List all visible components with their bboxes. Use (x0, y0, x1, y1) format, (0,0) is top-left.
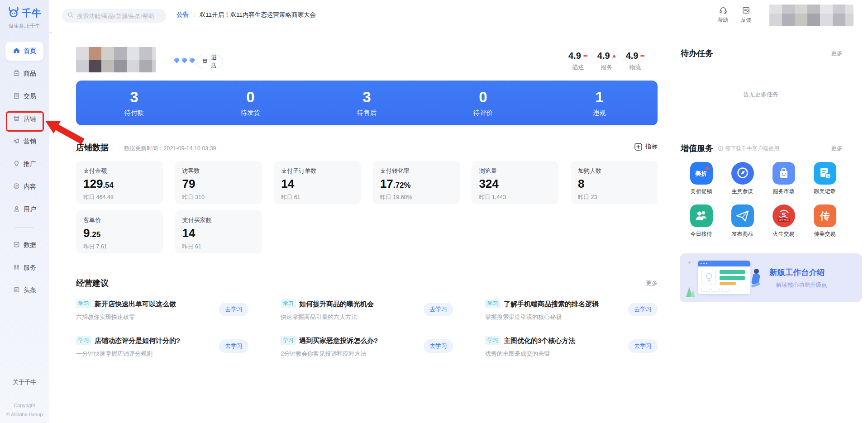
stat-value: 0 (479, 89, 487, 105)
stat-pending-payment[interactable]: 3 待付款 (76, 89, 192, 117)
grid-dots-icon (13, 263, 20, 273)
publish-product-plane-icon (731, 204, 754, 227)
promo-banner[interactable]: ✦⁺ 新版工作台介绍 解读核心功能升级点 (680, 253, 862, 302)
sidebar: 千牛 做生意,上千牛 首页 商品 交易 (0, 0, 49, 423)
vas-item-chat-history[interactable]: 聊天记录 (804, 162, 845, 195)
today-reception-people-icon (690, 204, 713, 227)
metric-value: 9 (83, 226, 90, 240)
sidebar-item-data[interactable]: 数据 (0, 234, 49, 257)
stat-value: 3 (130, 89, 138, 105)
learn-badge: 学习 (485, 299, 501, 308)
about-qianniu-link[interactable]: 关于千牛 (0, 378, 49, 386)
metric-yesterday: 昨日 61 (281, 194, 353, 201)
metric-card-sub-orders[interactable]: 支付子订单数 14 昨日 61 (274, 161, 361, 204)
metric-value: 324 (479, 177, 498, 190)
suggestion-item[interactable]: 学习主图优化的3个核心方法 优秀的主图是成交的关键 去学习 (485, 336, 658, 358)
notice-text[interactable]: 双11开启！双11内容生态运营策略商家大会 (199, 11, 316, 19)
promo-subtitle: 解读核心功能升级点 (776, 281, 827, 289)
store-ratings: 4.9 描述 4.9 服务 4.9 物流 (568, 51, 644, 71)
sidebar-item-trade[interactable]: 交易 (0, 85, 49, 108)
vas-title: 增值服务 (681, 143, 713, 154)
suggestion-item[interactable]: 学习遇到买家恶意投诉怎么办? 2分钟教会你常见投诉和应对方法 去学习 (281, 336, 453, 358)
rating-service: 4.9 服务 (597, 51, 616, 71)
sidebar-item-shop[interactable]: 店铺 (0, 108, 49, 130)
suggestion-title: 主图优化的3个核心方法 (504, 337, 575, 344)
visit-store-button[interactable]: 进店 (196, 55, 223, 68)
indicator-button[interactable]: 指标 (634, 143, 658, 151)
news-icon (13, 286, 20, 295)
vas-more-link[interactable]: 更多 (831, 144, 843, 152)
todo-empty-state: 暂无更多任务 (679, 90, 843, 99)
search-box[interactable] (62, 9, 166, 23)
vas-item-service-market[interactable]: 服务市场 (763, 162, 804, 195)
rating-label: 服务 (601, 63, 612, 71)
suggestion-item[interactable]: 学习如何提升商品的曝光机会 快速掌握商品引量的六大方法 去学习 (281, 299, 453, 321)
metric-card-payment-amount[interactable]: 支付金额 129.54 昨日 464.48 (76, 161, 163, 204)
go-learn-button[interactable]: 去学习 (424, 303, 453, 316)
metric-card-paying-buyers[interactable]: 支付买家数 14 昨日 61 (175, 210, 262, 253)
sidebar-item-label: 用户 (24, 205, 36, 214)
sidebar-item-headline[interactable]: 头条 (0, 279, 49, 302)
suggestion-item[interactable]: 学习新开店快速出单可以这么做 六招教你实现快速破零 去学习 (76, 299, 248, 321)
go-learn-button[interactable]: 去学习 (424, 339, 453, 353)
sidebar-item-content[interactable]: 内容 (0, 176, 49, 198)
suggestion-item[interactable]: 学习了解手机端商品搜索的排名逻辑 掌握搜索渠道引流的核心秘籍 去学习 (485, 299, 658, 321)
trend-up-icon (612, 54, 616, 57)
copyright-line1: Copyright (0, 401, 49, 410)
suggestions-title: 经营建议 (76, 279, 109, 288)
metric-card-conversion-rate[interactable]: 支付转化率 17.72% 昨日 19.68% (373, 161, 460, 204)
service-market-bag-icon (773, 162, 795, 185)
suggestions-more-link[interactable]: 更多 (646, 279, 658, 287)
vas-item-sycm[interactable]: 生意参谋 (722, 162, 763, 195)
sidebar-item-goods[interactable]: 商品 (0, 62, 49, 85)
sidebar-item-user[interactable]: 用户 (0, 198, 49, 221)
vas-item-huoniu-trade[interactable]: S 火牛交易 火牛交易 (763, 204, 804, 238)
metric-label: 支付金额 (83, 167, 156, 175)
stat-violation[interactable]: 1 违规 (541, 89, 658, 117)
info-icon (718, 146, 723, 151)
sparkle-decoration: ✦⁺ (687, 260, 694, 266)
sidebar-item-label: 营销 (24, 138, 36, 146)
go-learn-button[interactable]: 去学习 (628, 339, 658, 353)
sidebar-item-label: 内容 (24, 183, 36, 191)
stat-after-sale[interactable]: 3 待售后 (309, 89, 425, 117)
stat-label: 待售后 (357, 109, 377, 117)
vas-item-meizhe[interactable]: 美折 美折促销 (681, 162, 722, 195)
metric-card-page-views[interactable]: 浏览量 324 昨日 1,443 (472, 161, 558, 204)
metric-value: 8 (578, 177, 584, 190)
go-learn-button[interactable]: 去学习 (219, 339, 248, 353)
vas-item-chuanmei-trade[interactable]: 传 传美交易 (804, 204, 845, 238)
suggestion-title: 遇到买家恶意投诉怎么办? (299, 337, 378, 344)
megaphone-icon (13, 137, 20, 147)
vas-item-today-reception[interactable]: 今日接待 (681, 204, 722, 238)
go-learn-button[interactable]: 去学习 (219, 303, 248, 316)
sidebar-item-home[interactable]: 首页 (0, 40, 49, 62)
todo-title: 待办任务 (681, 48, 713, 59)
sidebar-item-label: 首页 (24, 47, 36, 55)
todo-more-link[interactable]: 更多 (831, 49, 843, 57)
metric-card-avg-order-value[interactable]: 客单价 9.25 昨日 7.61 (76, 210, 163, 253)
sidebar-item-promotion[interactable]: 推广 (0, 153, 49, 176)
shop-data-header: 店铺数据 数据更新时间：2021-09-14 10:03:39 指标 (76, 142, 658, 155)
sidebar-item-service[interactable]: 服务 (0, 257, 49, 279)
mosaic-block (89, 47, 101, 60)
metric-card-visitors[interactable]: 访客数 79 昨日 310 (175, 161, 262, 204)
stat-pending-shipment[interactable]: 0 待发货 (192, 89, 309, 117)
suggestion-item[interactable]: 学习店铺动态评分是如何计分的? 一分钟快速掌握店铺评分规则 去学习 (76, 336, 248, 358)
vas-item-publish-product[interactable]: 发布商品 (722, 204, 763, 238)
suggestion-desc: 掌握搜索渠道引流的核心秘籍 (485, 313, 599, 321)
diamond-icon (189, 58, 196, 64)
app-logo[interactable]: 千牛 做生意,上千牛 (0, 6, 49, 29)
metric-value: 14 (182, 226, 196, 240)
sidebar-item-marketing[interactable]: 营销 (0, 130, 49, 153)
metric-value: 17 (380, 177, 393, 190)
plant-decoration (691, 290, 695, 297)
go-learn-button[interactable]: 去学习 (628, 303, 658, 316)
notice-label[interactable]: 公告 (176, 11, 189, 19)
sidebar-nav: 首页 商品 交易 店铺 (0, 40, 49, 302)
metric-label: 客单价 (83, 216, 156, 224)
search-input[interactable] (77, 13, 158, 19)
stat-pending-review[interactable]: 0 待评价 (425, 89, 541, 117)
metric-card-cart-adds[interactable]: 加购人数 8 昨日 23 (571, 161, 658, 204)
rating-label: 描述 (572, 63, 584, 71)
